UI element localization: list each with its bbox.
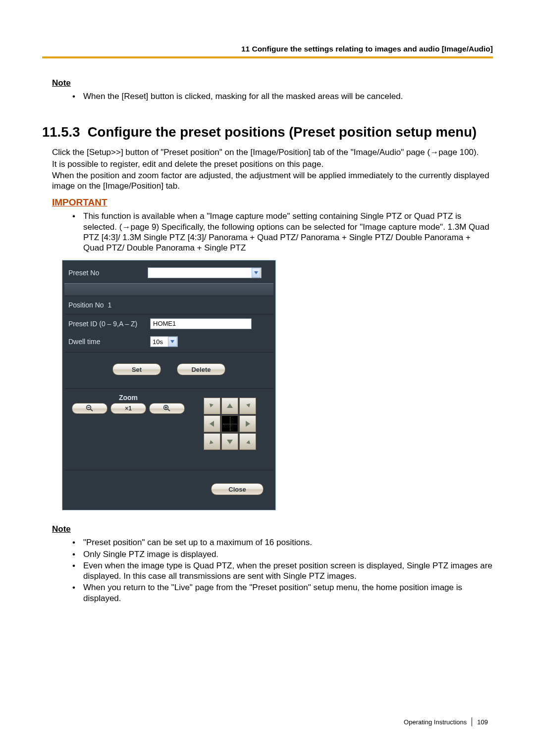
ptz-up-left-button[interactable] [204,398,220,414]
position-no-label: Position No 1 [68,301,148,309]
svg-marker-14 [210,440,214,444]
arrow-left-icon [209,420,215,427]
dwell-time-label: Dwell time [68,338,150,346]
note-list-2: "Preset position" can be set up to a max… [69,537,493,604]
footer-doc-label: Operating Instructions [404,718,467,726]
section-heading: Configure the preset positions (Preset p… [88,124,477,140]
dwell-time-row: Dwell time 10s [64,333,273,353]
intro-p3: When the position and zoom factor are ad… [52,170,493,192]
ptz-right-button[interactable] [239,415,256,432]
svg-marker-10 [227,403,233,408]
note2-item-2: Only Single PTZ image is displayed. [69,549,493,559]
close-button[interactable]: Close [211,483,264,495]
note1-item-1: When the [Reset] button is clicked, mask… [69,91,493,101]
footer-page-number: 109 [477,718,488,726]
running-header: 11 Configure the settings relating to im… [42,45,493,56]
zoom-in-button[interactable] [149,403,185,414]
section-number: 11.5.3 [42,124,80,140]
ptz-left-button[interactable] [204,415,220,432]
set-delete-row: Set Delete [64,353,273,389]
preset-id-label: Preset ID (0 – 9,A – Z) [68,320,150,328]
note-list-1: When the [Reset] button is clicked, mask… [69,91,493,101]
zoom-reset-button[interactable]: ×1 [110,403,146,414]
preset-id-input[interactable]: HOME1 [150,318,252,329]
important-list: This function is available when a "Image… [69,211,493,253]
position-no-row: Position No 1 [64,296,273,314]
delete-button[interactable]: Delete [177,363,225,375]
svg-line-8 [167,409,170,411]
ptz-center[interactable] [221,415,238,432]
preset-no-label: Preset No [68,269,148,277]
preset-position-panel: Preset No Position No 1 Preset ID (0 – 9… [62,260,276,510]
preset-no-row: Preset No [64,262,273,283]
preset-id-row: Preset ID (0 – 9,A – Z) HOME1 [64,314,273,333]
note-heading-2: Note [52,524,493,534]
arrow-down-left-icon [209,438,215,445]
header-rule [42,56,493,58]
ptz-down-left-button[interactable] [204,433,220,450]
dwell-time-value: 10s [153,338,168,346]
zoom-label: Zoom [67,394,189,402]
footer-separator [472,717,472,726]
arrow-up-right-icon [244,403,251,409]
ptz-dpad [204,398,256,450]
ptz-down-button[interactable] [221,433,238,450]
svg-marker-9 [210,403,214,407]
ptz-column [189,394,270,450]
magnify-minus-icon [86,404,94,413]
section-title: 11.5.3 Configure the preset positions (P… [42,124,493,140]
magnify-plus-icon [163,404,171,413]
chevron-down-icon[interactable] [252,268,261,278]
document-page: 11 Configure the settings relating to im… [0,0,535,756]
row-separator [64,283,273,296]
ptz-down-right-button[interactable] [239,433,256,450]
arrow-up-icon [226,403,233,409]
note-heading-1: Note [52,78,493,88]
set-button[interactable]: Set [112,363,161,375]
page-footer: Operating Instructions 109 [404,717,488,726]
zoom-out-button[interactable] [72,403,107,414]
intro-p2: It is possible to register, edit and del… [52,159,493,169]
chevron-down-icon[interactable] [168,337,177,347]
svg-line-4 [90,409,93,411]
svg-marker-11 [246,403,250,407]
arrow-down-icon [226,439,233,445]
important-item-1: This function is available when a "Image… [69,211,493,253]
close-row: Close [64,470,273,508]
zoom-bar: ×1 [67,403,189,414]
intro-p1: Click the [Setup>>] button of "Preset po… [52,147,493,157]
dwell-time-select[interactable]: 10s [150,336,178,347]
zoom-column: Zoom ×1 [67,394,189,450]
preset-no-select[interactable] [148,267,262,278]
arrow-down-right-icon [244,438,251,445]
note2-item-3: Even when the image type is Quad PTZ, wh… [69,560,493,582]
svg-marker-0 [254,271,258,274]
ptz-up-button[interactable] [221,398,238,414]
arrow-up-left-icon [209,403,215,409]
note2-item-4: When you return to the "Live" page from … [69,582,493,604]
svg-marker-1 [170,340,174,343]
svg-marker-15 [227,440,233,444]
ptz-up-right-button[interactable] [239,398,256,414]
note2-item-1: "Preset position" can be set up to a max… [69,537,493,548]
position-no-value: 1 [107,301,111,309]
important-heading: IMPORTANT [52,197,493,208]
arrow-right-icon [245,420,251,427]
preset-id-value: HOME1 [153,320,176,327]
control-area: Zoom ×1 [64,389,273,470]
svg-marker-12 [210,421,214,427]
svg-marker-13 [246,421,250,427]
svg-marker-16 [246,440,250,444]
